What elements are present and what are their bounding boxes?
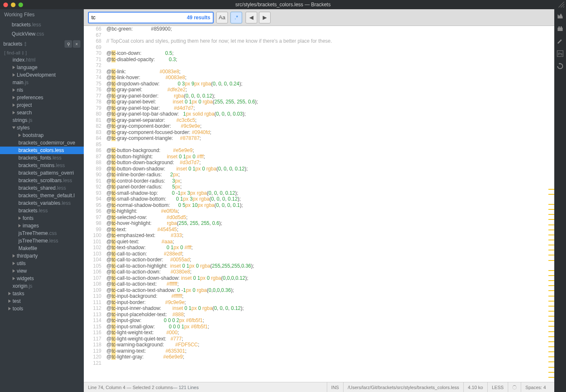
tree-file[interactable]: brackets_fonts.less bbox=[0, 154, 84, 162]
photoshop-icon[interactable]: Ps bbox=[556, 49, 564, 58]
tree-file[interactable]: brackets_colors.less bbox=[0, 147, 84, 154]
titlebar: src/styles/brackets_colors.less — Bracke… bbox=[0, 0, 566, 9]
chevron-icon bbox=[13, 88, 15, 92]
window-title: src/styles/brackets_colors.less — Bracke… bbox=[0, 2, 566, 8]
tree-file[interactable]: brackets_scrollbars.less bbox=[0, 177, 84, 184]
file-tree[interactable]: index.htmllanguageLiveDevelopmentmain.js… bbox=[0, 56, 84, 392]
tree-folder[interactable]: LiveDevelopment bbox=[0, 71, 84, 79]
insert-mode[interactable]: INS bbox=[327, 382, 343, 392]
tree-file[interactable]: brackets.less bbox=[0, 207, 84, 214]
minimap-ticks[interactable] bbox=[548, 26, 554, 382]
tree-folder[interactable]: test bbox=[0, 297, 84, 305]
project-name[interactable]: brackets bbox=[3, 41, 22, 47]
tree-file[interactable]: strings.js bbox=[0, 116, 84, 124]
extensions-icon[interactable] bbox=[556, 24, 564, 33]
chevron-icon bbox=[13, 103, 15, 107]
close-icon[interactable]: × bbox=[73, 40, 80, 48]
find-next-button[interactable]: ▶ bbox=[259, 12, 271, 23]
chevron-icon bbox=[13, 269, 15, 273]
right-rail: Ps bbox=[554, 9, 566, 392]
tree-folder[interactable]: nls bbox=[0, 86, 84, 94]
maximize-window-icon[interactable] bbox=[18, 3, 23, 7]
tree-file[interactable]: brackets_variables.less bbox=[0, 199, 84, 207]
live-preview-icon[interactable] bbox=[556, 12, 564, 20]
chevron-icon bbox=[8, 299, 11, 303]
tree-file[interactable]: brackets_shared.less bbox=[0, 184, 84, 192]
chevron-icon bbox=[13, 277, 15, 280]
code-area[interactable]: 6667686970717273747576777879808182838485… bbox=[84, 26, 554, 382]
reload-icon[interactable] bbox=[556, 62, 564, 70]
tree-folder[interactable]: bootstrap bbox=[0, 132, 84, 139]
tree-file[interactable]: brackets_theme_default.l bbox=[0, 192, 84, 199]
find-input-wrap: 49 results bbox=[88, 12, 214, 23]
chevron-icon bbox=[13, 111, 15, 114]
tree-folder[interactable]: tools bbox=[0, 305, 84, 312]
tree-folder[interactable]: utils bbox=[0, 260, 84, 267]
status-spinner-icon bbox=[508, 382, 521, 392]
indent-mode[interactable]: Spaces: 4 bbox=[521, 382, 550, 392]
tree-folder[interactable]: language bbox=[0, 64, 84, 71]
edit-icon[interactable] bbox=[556, 37, 564, 45]
tree-folder[interactable]: fonts bbox=[0, 214, 84, 222]
line-gutter: 6667686970717273747576777879808182838485… bbox=[84, 26, 105, 382]
tree-file[interactable]: Makefile bbox=[0, 245, 84, 252]
svg-rect-1 bbox=[558, 26, 560, 28]
chevron-icon bbox=[13, 66, 15, 69]
chevron-icon bbox=[13, 254, 15, 258]
line-count: — 121 Lines bbox=[173, 385, 199, 390]
resize-icon bbox=[558, 2, 564, 8]
find-input[interactable] bbox=[91, 14, 187, 21]
chevron-icon bbox=[8, 307, 11, 310]
language-mode[interactable]: LESS bbox=[487, 382, 508, 392]
tree-file[interactable]: index.html bbox=[0, 56, 84, 64]
regex-button[interactable]: .* bbox=[230, 12, 242, 23]
chevron-icon bbox=[13, 96, 15, 99]
chevron-icon bbox=[13, 73, 15, 77]
file-path: /Users/larz/Git/brackets/src/styles/brac… bbox=[343, 382, 463, 392]
working-files-header: Working Files bbox=[0, 9, 84, 20]
traffic-lights bbox=[3, 3, 23, 7]
tree-folder[interactable]: search bbox=[0, 109, 84, 116]
chevron-icon bbox=[18, 134, 21, 137]
editor: 49 results Aa .* ◀ ▶ 6667686970717273747… bbox=[84, 9, 554, 392]
working-file-item[interactable]: QuickView.css bbox=[0, 29, 84, 39]
tree-file[interactable]: brackets_mixins.less bbox=[0, 162, 84, 169]
svg-text:Ps: Ps bbox=[558, 52, 563, 56]
tree-folder[interactable]: styles bbox=[0, 124, 84, 132]
chevron-icon bbox=[18, 224, 21, 227]
tree-file[interactable]: jsTreeTheme.less bbox=[0, 237, 84, 245]
status-bar: Line 74, Column 4 — Selected 2 columns —… bbox=[84, 382, 554, 392]
close-window-icon[interactable] bbox=[3, 3, 8, 7]
code-lines[interactable]: @bc-green: #859900;// TopCoat colors and… bbox=[105, 26, 554, 382]
tree-file[interactable]: main.js bbox=[0, 79, 84, 86]
find-prev-button[interactable]: ◀ bbox=[246, 12, 257, 23]
tree-folder[interactable]: widgets bbox=[0, 275, 84, 282]
search-icon[interactable]: ⚲ bbox=[65, 40, 72, 48]
find-bar: 49 results Aa .* ◀ ▶ bbox=[84, 9, 554, 26]
tree-folder[interactable]: view bbox=[0, 267, 84, 275]
svg-rect-0 bbox=[558, 28, 563, 31]
minimize-window-icon[interactable] bbox=[11, 3, 16, 7]
find-result-count: 49 results bbox=[187, 15, 210, 21]
file-size: 4.10 ko bbox=[463, 382, 487, 392]
tree-folder[interactable]: tasks bbox=[0, 290, 84, 297]
match-case-button[interactable]: Aa bbox=[216, 12, 228, 23]
tree-folder[interactable]: thirdparty bbox=[0, 252, 84, 260]
chevron-icon bbox=[13, 262, 15, 265]
tree-folder[interactable]: images bbox=[0, 222, 84, 230]
tree-file[interactable]: brackets_patterns_overri bbox=[0, 169, 84, 177]
working-file-item[interactable]: brackets.less bbox=[0, 20, 84, 29]
tree-file[interactable]: brackets_codemirror_ove bbox=[0, 139, 84, 147]
tree-folder[interactable]: preferences bbox=[0, 94, 84, 101]
cursor-status: Line 74, Column 4 — Selected 2 columns bbox=[88, 385, 173, 390]
chevron-icon bbox=[12, 126, 16, 129]
chevron-icon bbox=[8, 292, 11, 295]
tree-folder[interactable]: project bbox=[0, 101, 84, 109]
tree-file[interactable]: jsTreeTheme.css bbox=[0, 230, 84, 237]
sidebar-filter[interactable]: [ find-all ‡ ] bbox=[0, 49, 84, 56]
sidebar: Working Files brackets.lessQuickView.css… bbox=[0, 9, 84, 392]
chevron-icon bbox=[18, 217, 21, 220]
svg-rect-2 bbox=[561, 26, 562, 28]
tree-file[interactable]: xorigin.js bbox=[0, 282, 84, 290]
